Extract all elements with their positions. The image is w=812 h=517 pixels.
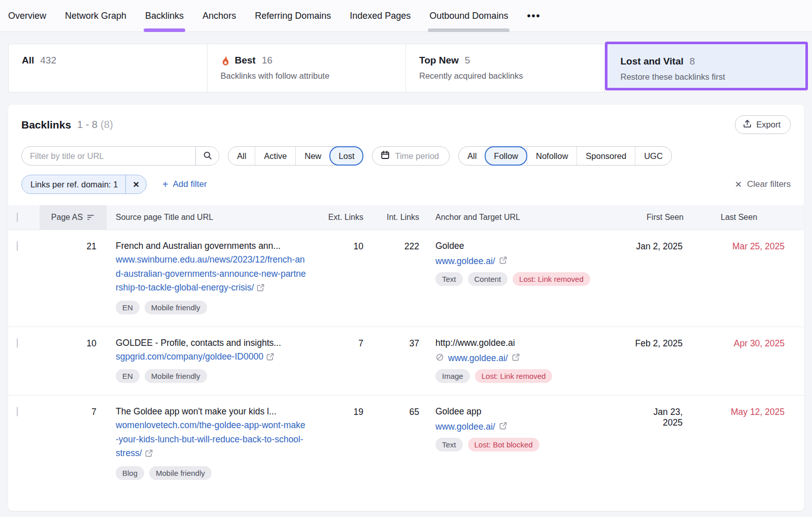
time-period-button[interactable]: Time period: [372, 146, 450, 166]
target-url-link[interactable]: www.goldee.ai/: [435, 256, 495, 267]
source-url-link[interactable]: womenlovetech.com/the-goldee-app-wont-ma…: [116, 418, 308, 461]
follow-sponsored-button[interactable]: Sponsored: [577, 147, 635, 165]
source-tag: EN: [116, 301, 140, 314]
first-seen-date: Jan 2, 2025: [634, 241, 708, 314]
card-top-new-count: 5: [465, 55, 470, 66]
int-links-value: 222: [370, 241, 426, 314]
card-best-subtitle: Backlinks with follow attribute: [221, 71, 406, 81]
status-active-button[interactable]: Active: [255, 147, 295, 165]
column-header-first-seen: First Seen: [634, 213, 708, 222]
search-box: [21, 146, 219, 166]
backlinks-table: Page AS Source page Title and URL Ext. L…: [8, 205, 804, 492]
anchor-text: Goldee: [435, 241, 634, 251]
anchor-type-tag: Text: [435, 272, 463, 286]
search-input[interactable]: [22, 147, 195, 165]
page-as-value: 7: [40, 406, 107, 480]
source-url-link[interactable]: sgpgrid.com/company/goldee-ID0000: [116, 350, 308, 364]
flame-icon: [221, 55, 230, 66]
last-seen-date: Mar 25, 2025: [708, 241, 804, 314]
follow-ugc-button[interactable]: UGC: [635, 147, 671, 165]
column-header-anchor: Anchor and Target URL: [426, 213, 634, 222]
tab-anchors[interactable]: Anchors: [202, 0, 236, 32]
column-header-page-as[interactable]: Page AS: [40, 205, 107, 230]
ext-links-value: 10: [315, 241, 370, 314]
add-filter-button[interactable]: + Add filter: [162, 179, 207, 190]
source-url-link[interactable]: www.swinburne.edu.au/news/2023/12/french…: [116, 253, 308, 295]
search-button[interactable]: [195, 147, 219, 165]
tab-outbound-domains[interactable]: Outbound Domains: [429, 0, 508, 32]
external-link-icon: [499, 422, 507, 432]
column-header-last-seen: Last Seen: [708, 213, 804, 222]
source-title: The Goldee app won't make your kids l...: [116, 406, 308, 417]
int-links-value: 65: [370, 406, 426, 480]
anchor-type-tag: Content: [468, 272, 508, 286]
last-seen-date: Apr 30, 2025: [708, 338, 804, 383]
tab-indexed-pages[interactable]: Indexed Pages: [350, 0, 411, 32]
calendar-icon: [381, 150, 390, 161]
row-checkbox[interactable]: [17, 407, 18, 416]
lost-status-badge: Lost: Bot blocked: [468, 438, 539, 451]
card-top-new-subtitle: Recently acquired backlinks: [419, 71, 604, 81]
card-all-count: 432: [40, 55, 56, 66]
tab-overview[interactable]: Overview: [8, 0, 46, 32]
target-url-link[interactable]: www.goldee.ai/: [448, 353, 508, 364]
last-seen-date: May 12, 2025: [708, 406, 804, 480]
column-header-ext-links: Ext. Links: [315, 213, 370, 222]
follow-all-button[interactable]: All: [459, 147, 485, 165]
status-all-button[interactable]: All: [228, 147, 255, 165]
filter-chip-label: Links per ref. domain: 1: [22, 180, 125, 189]
first-seen-date: Jan 23, 2025: [634, 406, 708, 480]
row-checkbox[interactable]: [17, 338, 18, 348]
external-link-icon: [266, 353, 274, 361]
close-icon: ✕: [735, 179, 742, 190]
export-button[interactable]: Export: [735, 115, 791, 134]
anchor-type-tag: Text: [435, 438, 463, 451]
active-tab-underline: [144, 28, 185, 32]
backlinks-panel: Backlinks 1 - 8 (8) Export All Active Ne…: [8, 105, 804, 511]
export-icon: [743, 119, 752, 130]
card-lost-vital-subtitle: Restore these backlinks first: [621, 72, 806, 82]
row-checkbox[interactable]: [17, 241, 18, 251]
int-links-value: 37: [370, 338, 426, 383]
tab-backlinks[interactable]: Backlinks: [145, 0, 184, 32]
select-all-checkbox[interactable]: [17, 212, 18, 222]
blocked-image-icon: [435, 353, 444, 364]
card-top-new[interactable]: Top New 5 Recently acquired backlinks: [406, 44, 605, 92]
card-lost-vital-count: 8: [690, 56, 695, 67]
source-tag: Mobile friendly: [145, 301, 207, 314]
status-new-button[interactable]: New: [295, 147, 330, 165]
tab-referring-domains[interactable]: Referring Domains: [255, 0, 331, 32]
card-lost-and-vital[interactable]: Lost and Vital 8 Restore these backlinks…: [605, 42, 808, 90]
follow-segmented-control: All Follow Nofollow Sponsored UGC: [458, 146, 672, 166]
remove-filter-icon[interactable]: ✕: [125, 175, 146, 194]
search-icon: [203, 151, 212, 161]
page-as-value: 10: [40, 338, 107, 383]
more-tabs-icon[interactable]: •••: [527, 10, 540, 22]
status-lost-button[interactable]: Lost: [329, 146, 363, 166]
follow-nofollow-button[interactable]: Nofollow: [527, 147, 577, 165]
source-tag: Mobile friendly: [149, 466, 212, 480]
table-row: 10 GOLDEE - Profile, contacts and insigh…: [8, 327, 804, 396]
page-as-value: 21: [40, 241, 107, 314]
panel-title: Backlinks: [21, 119, 71, 131]
status-segmented-control: All Active New Lost: [228, 146, 363, 166]
result-range: 1 - 8: [77, 119, 97, 131]
card-all[interactable]: All 432: [8, 44, 208, 92]
report-tabs-bar: Overview Network Graph Backlinks Anchors…: [0, 0, 812, 32]
follow-follow-button[interactable]: Follow: [485, 146, 527, 166]
external-link-icon: [145, 449, 153, 457]
external-link-icon: [499, 256, 507, 266]
filter-chip-links-per-domain: Links per ref. domain: 1 ✕: [21, 175, 147, 194]
clear-filters-button[interactable]: ✕ Clear filters: [735, 179, 791, 190]
anchor-text: Goldee app: [435, 406, 634, 417]
card-best[interactable]: Best 16 Backlinks with follow attribute: [208, 44, 407, 92]
column-header-int-links: Int. Links: [370, 213, 426, 222]
panel-header: Backlinks 1 - 8 (8) Export: [8, 105, 804, 143]
source-title: French and Australian governments ann...: [116, 241, 308, 251]
first-seen-date: Feb 2, 2025: [634, 338, 708, 383]
source-title: GOLDEE - Profile, contacts and insights.…: [116, 338, 308, 348]
plus-icon: +: [162, 179, 168, 190]
target-url-link[interactable]: www.goldee.ai/: [435, 422, 495, 432]
tab-network-graph[interactable]: Network Graph: [65, 0, 126, 32]
card-best-count: 16: [262, 55, 273, 66]
